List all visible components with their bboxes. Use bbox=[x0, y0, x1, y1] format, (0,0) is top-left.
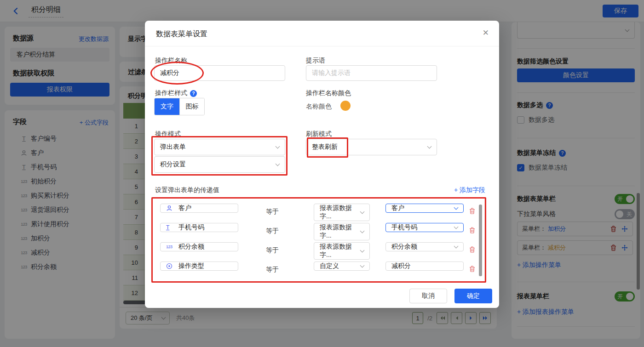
op-mode-label: 操作模式 bbox=[155, 130, 181, 138]
transfer-value: 客户 bbox=[391, 204, 404, 212]
transfer-source-value: 报表源数据字... bbox=[320, 243, 361, 259]
tip-label: 提示语 bbox=[306, 57, 325, 65]
transfer-row: 客户 等于 报表源数据字... 客户 bbox=[153, 204, 484, 219]
transfer-field[interactable]: T 手机号码 bbox=[160, 223, 238, 232]
chevron-down-icon bbox=[360, 210, 365, 214]
name-color-swatch[interactable] bbox=[340, 101, 351, 111]
transfer-values-list: 客户 等于 报表源数据字... 客户 T 手机号码 等于 报表源数据字... 手… bbox=[152, 198, 485, 282]
style-option-text[interactable]: 文字 bbox=[155, 98, 179, 115]
transfer-field-label: 积分余额 bbox=[178, 243, 204, 251]
refresh-mode-value: 整表刷新 bbox=[312, 143, 338, 151]
bar-style-segmented: 文字 图标 bbox=[154, 98, 205, 115]
chevron-down-icon bbox=[276, 144, 280, 149]
question-icon[interactable]: ? bbox=[190, 90, 197, 97]
transfer-source-value: 报表源数据字... bbox=[320, 204, 361, 221]
radio-icon bbox=[166, 263, 175, 269]
transfer-field[interactable]: 操作类型 bbox=[160, 262, 238, 271]
bar-name-value: 减积分 bbox=[160, 69, 179, 77]
chevron-down-icon bbox=[454, 225, 459, 229]
transfer-values-title: 设置弹出表单的传递值 bbox=[155, 186, 219, 194]
delete-icon[interactable] bbox=[469, 246, 475, 253]
name-color-title: 操作栏名称颜色 bbox=[306, 89, 351, 97]
number-icon: 123 bbox=[166, 245, 175, 249]
transfer-value: 积分余额 bbox=[391, 243, 417, 251]
transfer-source-select[interactable]: 报表源数据字... bbox=[314, 204, 370, 221]
transfer-source-select[interactable]: 报表源数据字... bbox=[314, 223, 370, 240]
name-color-label: 名称颜色 bbox=[306, 102, 332, 111]
op-mode-target-select[interactable]: 积分设置 bbox=[154, 156, 285, 173]
chevron-down-icon bbox=[360, 263, 365, 268]
chevron-down-icon bbox=[454, 244, 459, 249]
transfer-operator: 等于 bbox=[266, 223, 279, 239]
transfer-operator: 等于 bbox=[266, 204, 279, 219]
transfer-source-value: 自定义 bbox=[320, 262, 339, 270]
table-menu-settings-dialog: 数据表菜单设置 ✕ 操作栏名称 减积分 提示语 请输入提示语 操作栏样式 ? 文… bbox=[145, 21, 499, 308]
transfer-row: T 手机号码 等于 报表源数据字... 手机号码 bbox=[153, 223, 484, 239]
bar-style-label: 操作栏样式 ? bbox=[155, 89, 197, 97]
cancel-button[interactable]: 取消 bbox=[409, 289, 447, 303]
transfer-field[interactable]: 客户 bbox=[160, 204, 238, 213]
transfer-operator: 等于 bbox=[266, 262, 279, 277]
person-icon bbox=[166, 205, 175, 211]
delete-icon[interactable] bbox=[469, 227, 475, 233]
bar-name-input[interactable]: 减积分 bbox=[154, 65, 285, 81]
op-mode-target-value: 积分设置 bbox=[160, 160, 186, 169]
transfer-source-select[interactable]: 自定义 bbox=[314, 262, 370, 271]
transfer-row: 操作类型 等于 自定义 减积分 bbox=[153, 262, 484, 277]
chevron-down-icon bbox=[427, 144, 432, 149]
chevron-down-icon bbox=[360, 248, 365, 253]
transfer-field-label: 客户 bbox=[178, 204, 191, 212]
tip-placeholder: 请输入提示语 bbox=[312, 69, 351, 77]
transfer-field[interactable]: 123 积分余额 bbox=[160, 242, 238, 251]
dialog-title: 数据表菜单设置 bbox=[156, 29, 207, 39]
transfer-value-input[interactable]: 减积分 bbox=[385, 262, 464, 271]
bar-style-label-text: 操作栏样式 bbox=[155, 89, 187, 97]
text-icon: T bbox=[166, 224, 175, 231]
delete-icon[interactable] bbox=[469, 208, 475, 214]
transfer-value: 减积分 bbox=[391, 262, 411, 270]
transfer-field-label: 操作类型 bbox=[178, 262, 204, 270]
op-mode-value: 弹出表单 bbox=[160, 143, 186, 151]
transfer-value-select[interactable]: 客户 bbox=[385, 204, 464, 213]
transfer-source-select[interactable]: 报表源数据字... bbox=[314, 242, 370, 260]
tip-input[interactable]: 请输入提示语 bbox=[306, 65, 437, 81]
dialog-header: 数据表菜单设置 ✕ bbox=[145, 21, 499, 46]
chevron-down-icon bbox=[360, 229, 365, 233]
delete-icon[interactable] bbox=[469, 266, 475, 272]
chevron-down-icon bbox=[276, 162, 280, 166]
transfer-row: 123 积分余额 等于 报表源数据字... 积分余额 bbox=[153, 242, 484, 258]
style-option-icon[interactable]: 图标 bbox=[179, 98, 204, 115]
op-mode-select[interactable]: 弹出表单 bbox=[154, 139, 285, 155]
confirm-button[interactable]: 确定 bbox=[454, 289, 492, 303]
chevron-down-icon bbox=[454, 205, 459, 210]
close-icon[interactable]: ✕ bbox=[483, 28, 489, 38]
transfer-source-value: 报表源数据字... bbox=[320, 223, 361, 240]
bar-name-label: 操作栏名称 bbox=[155, 57, 187, 65]
refresh-mode-label: 刷新模式 bbox=[306, 130, 332, 138]
transfer-operator: 等于 bbox=[266, 242, 279, 258]
transfer-field-label: 手机号码 bbox=[178, 223, 204, 232]
transfer-scrollbar[interactable] bbox=[479, 205, 482, 276]
transfer-value: 手机号码 bbox=[391, 223, 417, 232]
transfer-value-select[interactable]: 积分余额 bbox=[385, 242, 464, 251]
refresh-mode-select[interactable]: 整表刷新 bbox=[306, 139, 437, 155]
add-field-link[interactable]: + 添加字段 bbox=[454, 186, 485, 194]
transfer-value-select[interactable]: 手机号码 bbox=[385, 223, 464, 232]
